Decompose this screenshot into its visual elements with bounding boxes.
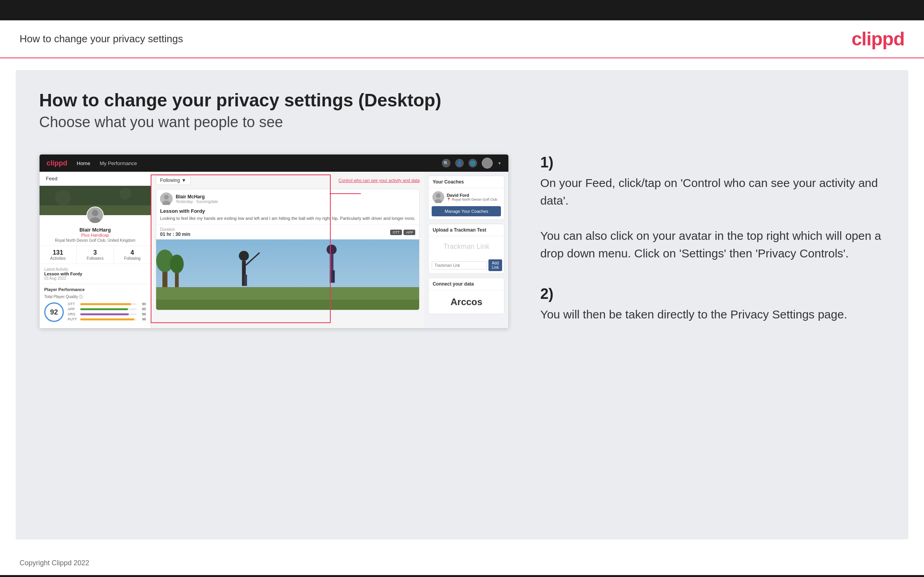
following-chevron: ▼ — [182, 178, 186, 183]
coach-name: David Ford — [447, 193, 497, 198]
post-image — [156, 239, 419, 310]
perf-track-putt — [80, 318, 137, 320]
perf-fill-ott — [80, 303, 131, 305]
svg-point-23 — [326, 245, 337, 255]
top-bar — [0, 0, 924, 20]
app-right-sidebar: Your Coaches Da — [424, 172, 508, 328]
coach-club-icon: 📍 — [447, 198, 451, 201]
manage-coaches-button[interactable]: Manage Your Coaches — [432, 206, 501, 216]
latest-activity: Latest Activity Lesson with Fordy 03 Aug… — [40, 264, 151, 284]
svg-rect-20 — [242, 275, 244, 286]
app-mockup-wrapper: clippd Home My Performance 🔍 👤 🌐 ▼ — [39, 154, 509, 329]
perf-val-app: 85 — [138, 307, 146, 311]
svg-point-28 — [436, 193, 441, 198]
feed-tab[interactable]: Feed — [40, 172, 151, 186]
perf-label-app: APP — [68, 307, 79, 311]
perf-val-putt: 96 — [138, 317, 146, 321]
badge-app: APP — [403, 230, 415, 235]
bottom-bar — [0, 575, 924, 577]
stat-followers: 3 Followers — [77, 246, 114, 264]
svg-rect-21 — [245, 275, 247, 286]
post-card: Blair McHarg Yesterday · Sunningdale Les… — [156, 189, 420, 310]
latest-activity-date: 03 Aug 2022 — [44, 276, 146, 280]
svg-rect-19 — [242, 261, 246, 275]
coach-info: David Ford 📍 Royal North Devon Golf Club — [447, 193, 497, 201]
post-avatar — [160, 192, 173, 205]
latest-activity-name: Lesson with Fordy — [44, 271, 146, 276]
instruction-number-2: 2) — [540, 286, 885, 302]
perf-bar-ott: OTT 90 — [68, 302, 146, 306]
perf-bar-app: APP 85 — [68, 307, 146, 311]
post-user-location: Yesterday · Sunningdale — [176, 200, 218, 204]
player-performance-title: Player Performance — [44, 287, 146, 292]
connect-card: Connect your data Arccos — [428, 278, 504, 314]
post-body: Lesson with Fordy Looking to feel like m… — [156, 208, 419, 225]
stat-activities-label: Activities — [50, 256, 65, 261]
app-nav-logo: clippd — [47, 159, 67, 167]
svg-point-18 — [239, 251, 249, 261]
perf-label-putt: PUTT — [68, 317, 79, 321]
coach-item: David Ford 📍 Royal North Devon Golf Club — [429, 188, 504, 206]
post-user-name: Blair McHarg — [176, 194, 218, 200]
latest-activity-label: Latest Activity — [44, 267, 146, 271]
tpq-label: Total Player Quality ⓘ — [44, 294, 146, 300]
profile-info: Blair McHarg Plus Handicap Royal North D… — [40, 225, 151, 246]
search-icon[interactable]: 🔍 — [442, 159, 450, 167]
nav-avatar[interactable] — [482, 158, 493, 169]
copyright: Copyright Clippd 2022 — [20, 559, 89, 567]
app-mockup: clippd Home My Performance 🔍 👤 🌐 ▼ — [39, 154, 509, 329]
perf-fill-app — [80, 308, 128, 310]
trackman-link-placeholder: Trackman Link — [429, 236, 504, 257]
instruction-item-2: 2) You will then be taken directly to th… — [540, 286, 885, 323]
app-sidebar: Feed — [40, 172, 151, 328]
coach-club-name: Royal North Devon Golf Club — [452, 198, 497, 201]
stat-following: 4 Following — [114, 246, 151, 264]
perf-bars: OTT 90 APP — [68, 302, 146, 322]
svg-rect-13 — [156, 300, 419, 310]
following-label: Following — [160, 178, 180, 183]
perf-track-arg — [80, 313, 137, 315]
post-user-info: Blair McHarg Yesterday · Sunningdale — [176, 194, 218, 204]
connect-title: Connect your data — [429, 278, 504, 290]
trackman-card: Upload a Trackman Test Trackman Link Add… — [428, 224, 504, 274]
footer: Copyright Clippd 2022 — [0, 551, 924, 575]
instruction-item-1: 1) On your Feed, click/tap on 'Control w… — [540, 154, 885, 262]
svg-point-6 — [92, 210, 98, 216]
instruction-text-2: You will then be taken directly to the P… — [540, 306, 885, 323]
score-value: 92 — [50, 308, 58, 316]
duration-badges: OTT APP — [390, 230, 415, 235]
page-heading: How to change your privacy settings (Des… — [39, 90, 885, 111]
control-link[interactable]: Control who can see your activity and da… — [339, 178, 420, 183]
coach-avatar — [432, 191, 444, 203]
perf-content: 92 OTT 90 — [44, 302, 146, 322]
instruction-text-1: On your Feed, click/tap on 'Control who … — [540, 174, 885, 262]
page-subheading: Choose what you want people to see — [39, 114, 885, 131]
nav-item-my-performance[interactable]: My Performance — [100, 160, 137, 166]
perf-bar-putt: PUTT 96 — [68, 317, 146, 321]
perf-track-app — [80, 308, 137, 310]
profile-name: Blair McHarg — [43, 227, 147, 233]
person-icon[interactable]: 👤 — [455, 159, 464, 167]
duration-label: Duration — [160, 227, 190, 232]
demo-section: clippd Home My Performance 🔍 👤 🌐 ▼ — [39, 154, 885, 347]
globe-icon[interactable]: 🌐 — [468, 159, 477, 167]
post-title: Lesson with Fordy — [160, 208, 415, 214]
following-button[interactable]: Following ▼ — [156, 176, 191, 185]
stat-following-value: 4 — [115, 249, 149, 256]
trackman-title: Upload a Trackman Test — [429, 224, 504, 236]
stat-activities-value: 131 — [41, 249, 75, 256]
header-title: How to change your privacy settings — [20, 33, 183, 45]
stat-activities: 131 Activities — [40, 246, 77, 264]
trackman-input[interactable] — [432, 261, 487, 270]
post-header: Blair McHarg Yesterday · Sunningdale — [156, 189, 419, 208]
perf-val-arg: 86 — [138, 312, 146, 316]
duration-info: Duration 01 hr : 30 min — [160, 227, 190, 237]
header: How to change your privacy settings clip… — [0, 20, 924, 58]
profile-avatar — [86, 207, 104, 224]
avatar-chevron[interactable]: ▼ — [497, 161, 501, 165]
perf-label-arg: ARG — [68, 312, 79, 316]
add-link-button[interactable]: Add Link — [488, 259, 502, 271]
svg-rect-24 — [330, 255, 333, 270]
post-duration: Duration 01 hr : 30 min OTT APP — [156, 225, 419, 239]
nav-item-home[interactable]: Home — [77, 160, 90, 166]
